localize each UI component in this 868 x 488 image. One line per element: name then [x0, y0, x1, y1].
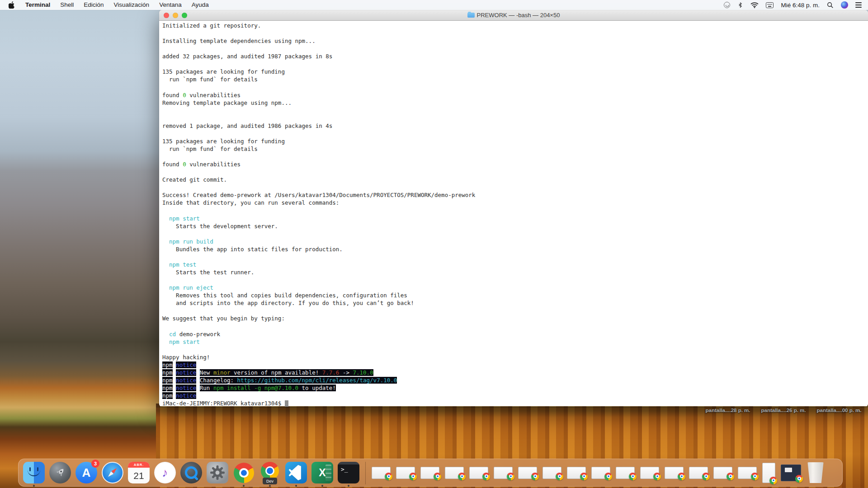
apple-menu[interactable] [0, 1, 20, 9]
terminal-line [162, 168, 866, 176]
dock-minimized-window[interactable] [396, 467, 415, 479]
dock-item-app-store[interactable]: A 3 [75, 462, 97, 483]
dock-minimized-window[interactable] [738, 467, 757, 479]
terminal-line [162, 207, 866, 215]
dock-item-chrome-dev[interactable]: Dev [259, 462, 281, 483]
menu-terminal[interactable]: Terminal [20, 0, 55, 10]
terminal-titlebar[interactable]: PREWORK — -bash — 204×50 [159, 10, 868, 21]
chrome-dev-icon [261, 462, 279, 480]
dock-item-vscode[interactable] [285, 462, 307, 483]
dock-minimized-window[interactable] [781, 465, 801, 481]
running-indicator [33, 485, 35, 487]
chrome-badge-icon [507, 473, 514, 480]
dock-minimized-window[interactable] [542, 467, 561, 479]
chrome-badge-icon [458, 473, 466, 480]
terminal-text [162, 284, 169, 291]
rocket-glyph [52, 465, 69, 481]
chrome-badge-icon [769, 477, 777, 484]
dock-minimized-window[interactable] [591, 467, 610, 479]
creative-cloud-icon[interactable] [720, 0, 734, 10]
bluetooth-icon[interactable] [734, 0, 747, 10]
dock-minimized-window[interactable] [762, 463, 775, 483]
terminal-text [173, 377, 176, 384]
app-store-letter: A [82, 466, 91, 480]
terminal-line: npm notice Changelog: https://github.com… [162, 376, 866, 384]
dock-minimized-window[interactable] [567, 467, 586, 479]
chrome-badge-icon [629, 473, 637, 480]
terminal-text: npm install -g npm@7.10.0 [213, 385, 298, 391]
dock-item-terminal[interactable]: >_ [338, 462, 359, 483]
dock-minimized-window[interactable] [665, 467, 684, 479]
terminal-text: 7.7.6 [322, 369, 340, 376]
terminal-line: found 0 vulnerabilities [162, 91, 866, 99]
dock-item-safari[interactable] [102, 462, 123, 483]
dock-minimized-window[interactable] [420, 467, 439, 479]
dock-minimized-window[interactable] [689, 467, 708, 479]
menu-edicion[interactable]: Edición [79, 0, 108, 10]
terminal-line: Inside that directory, you can run sever… [162, 199, 866, 206]
terminal-text: Success! Created demo-prework at /Users/… [162, 192, 475, 198]
notification-center-icon[interactable] [852, 0, 868, 10]
dock-minimized-window[interactable] [494, 467, 513, 479]
terminal-text: notice [176, 361, 196, 368]
dock-item-finder[interactable] [23, 462, 45, 483]
terminal-text: vulnerabilities [186, 161, 241, 168]
siri-icon[interactable] [837, 0, 852, 10]
chrome-core [239, 468, 249, 478]
gear-glyph [208, 464, 226, 482]
wifi-icon[interactable] [747, 0, 762, 10]
terminal-text [196, 377, 200, 384]
terminal-line: We suggest that you begin by typing: [162, 314, 866, 322]
vscode-mark [288, 465, 304, 480]
terminal-text: Run [200, 385, 213, 391]
dock-minimized-window[interactable] [445, 467, 464, 479]
terminal-line: added 32 packages, and audited 1987 pack… [162, 52, 866, 60]
dock-minimized-window[interactable] [713, 467, 732, 479]
music-icon: ♪ [154, 462, 176, 483]
menu-ayuda[interactable]: Ayuda [187, 0, 214, 10]
siri-glyph [841, 1, 848, 9]
dock-item-excel[interactable]: X [311, 462, 333, 483]
dock-minimized-window[interactable] [372, 467, 391, 479]
terminal-line: npm run build [162, 238, 866, 245]
dock-item-quicktime[interactable] [180, 462, 202, 483]
chrome-badge-icon [678, 473, 685, 480]
terminal-text: https://github.com/npm/cli/releases/tag/… [237, 377, 397, 384]
calendar-day: 21 [128, 468, 150, 483]
dock-minimized-window[interactable] [640, 467, 659, 479]
terminal-text: run `npm fund` for details [162, 145, 258, 152]
dock-item-chrome[interactable] [233, 462, 255, 483]
dock-item-system-preferences[interactable] [207, 462, 228, 483]
menu-shell[interactable]: Shell [55, 0, 79, 10]
menu-clock[interactable]: Mié 6:48 p. m. [777, 2, 823, 9]
spotlight-icon[interactable] [823, 0, 837, 10]
terminal-text: Changelog: [200, 377, 237, 384]
dark-window-content [785, 468, 792, 472]
dock-item-launchpad[interactable] [49, 462, 71, 483]
chrome-badge-icon [580, 473, 588, 480]
dock-trash[interactable] [806, 462, 826, 483]
dock-item-music[interactable]: ♪ [154, 462, 176, 483]
terminal-text [162, 215, 169, 222]
terminal-text: version of npm available! [231, 369, 322, 376]
dock-minimized-window[interactable] [616, 467, 635, 479]
dock-minimized-window[interactable] [518, 467, 537, 479]
terminal-text: npm run eject [169, 284, 213, 291]
terminal-text: npm [162, 385, 173, 391]
menu-visualizacion[interactable]: Visualización [109, 0, 155, 10]
menu-ventana[interactable]: Ventana [154, 0, 187, 10]
terminal-line: npm test [162, 261, 866, 268]
terminal-line: iMac-de-JEIMMY:PREWORK katavar1304$ [162, 399, 866, 407]
music-note-glyph: ♪ [162, 466, 168, 480]
dock-item-calendar[interactable]: ABR. 21 [128, 462, 150, 483]
input-source-icon[interactable] [762, 0, 777, 10]
dock-minimized-window[interactable] [469, 467, 488, 479]
terminal-line [162, 253, 866, 261]
terminal-line: npm notice New minor version of npm avai… [162, 369, 866, 376]
chrome-badge-icon [385, 473, 392, 480]
terminal-output[interactable]: Initialized a git repository. Installing… [159, 21, 868, 406]
vscode-icon [285, 462, 307, 483]
system-preferences-icon [207, 462, 228, 483]
terminal-text: 135 packages are looking for funding [162, 68, 285, 75]
chrome-badge-icon [751, 473, 759, 480]
